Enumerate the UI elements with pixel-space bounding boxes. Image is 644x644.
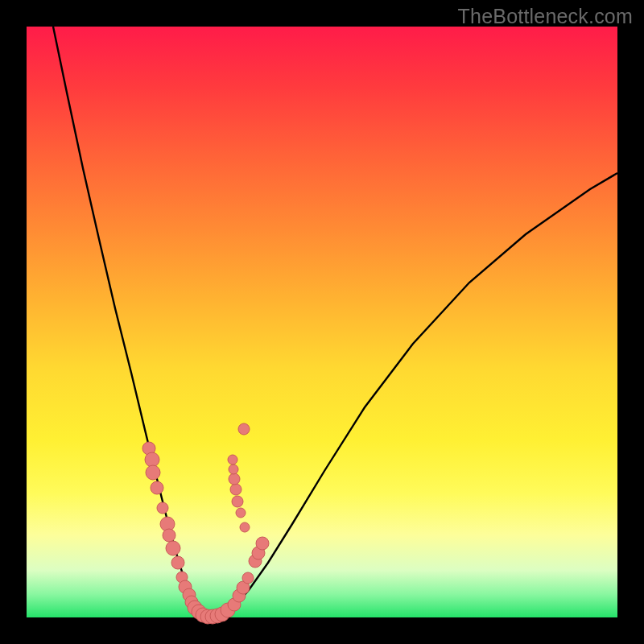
data-dot	[229, 464, 238, 474]
chart-frame: TheBottleneck.com	[0, 0, 644, 644]
data-dot	[171, 556, 184, 569]
data-dot	[230, 484, 242, 495]
bottleneck-curve	[53, 27, 617, 616]
data-dot	[166, 541, 180, 555]
scatter-dots	[142, 423, 269, 624]
data-dot	[229, 473, 240, 485]
data-dot	[232, 496, 243, 507]
chart-svg	[27, 27, 617, 617]
data-dot	[157, 502, 168, 514]
data-dot	[240, 522, 250, 532]
data-dot	[163, 529, 175, 542]
plot-area	[27, 27, 617, 617]
data-dot	[228, 455, 237, 464]
watermark-text: TheBottleneck.com	[458, 5, 633, 28]
data-dot	[151, 481, 163, 494]
data-dot	[145, 452, 159, 467]
data-dot	[146, 465, 160, 480]
data-dot	[256, 537, 269, 550]
data-dot	[238, 423, 250, 435]
data-dot	[236, 508, 246, 518]
data-dot	[242, 572, 254, 584]
